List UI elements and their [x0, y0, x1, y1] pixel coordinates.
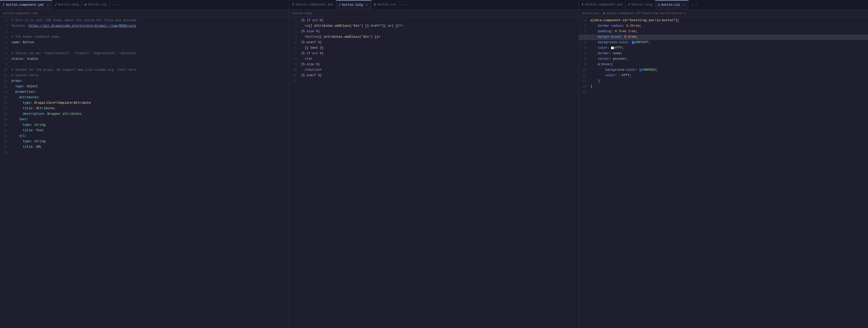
tab-bars-row: !button.component.yml×/button.twig#butto…: [0, 0, 868, 10]
twig-icon: /: [55, 3, 57, 7]
token: {{ text }}: [301, 46, 323, 50]
token: ;: [648, 41, 650, 44]
tab-panel3-t9[interactable]: #button.css×: [655, 0, 688, 9]
code-line: 7 border: none;: [579, 51, 868, 57]
editor-breadcrumb: button.css › ⚙a[data-component-id="boots…: [579, 10, 868, 17]
token: :: [32, 107, 36, 110]
tab-panel3-t7[interactable]: !button.component.yml: [579, 0, 626, 9]
token: Wrapper attributes.: [48, 112, 83, 116]
code-line: 1a[data-component-id="bootstrap_barrio:b…: [579, 18, 868, 24]
code-line: 17 title: Attributes: [0, 106, 289, 111]
token: :: [21, 79, 23, 83]
line-number: 6: [289, 45, 301, 51]
breadcrumb-separator: ›: [600, 12, 602, 15]
line-content: }: [590, 84, 868, 89]
token: :: [38, 96, 40, 99]
line-number: 6: [579, 45, 590, 51]
tab-close-button[interactable]: ×: [46, 3, 49, 7]
code-line: 7{% if url %}: [289, 51, 579, 57]
line-content: color: #fff;: [590, 73, 868, 78]
token: 0.5rem: [624, 35, 636, 39]
code-line: 18 description: Wrapper attributes.: [0, 111, 289, 117]
editor-breadcrumb: button.twig: [289, 10, 579, 17]
token: :: [621, 35, 624, 39]
token: :: [611, 30, 615, 33]
code-editor[interactable]: 1# This is so your IDE knows about the s…: [0, 17, 289, 328]
tab-group-1: !button.component.yml/button.twig×#butto…: [289, 0, 579, 9]
editor-panel-0: button.component.yml1# This is so your I…: [0, 10, 289, 328]
line-content: title: Attributes: [11, 106, 289, 111]
line-number: 21: [0, 128, 11, 133]
token: :: [607, 46, 611, 50]
token: {% endif %}: [301, 74, 321, 77]
token: padding: [590, 30, 611, 33]
tab-close-button[interactable]: ×: [365, 3, 369, 7]
token: none: [613, 52, 621, 55]
tab-group-0: !button.component.yml×/button.twig#butto…: [0, 0, 289, 9]
tab-panel1-t2[interactable]: /button.twig: [52, 0, 82, 9]
tab-overflow-button[interactable]: ···: [688, 0, 700, 9]
token: ;: [629, 74, 631, 77]
code-line: 4# The human readable name.: [0, 35, 289, 40]
code-line: 14 properties:: [0, 90, 289, 95]
token: ;: [640, 24, 641, 28]
tab-panel1-t1[interactable]: !button.component.yml×: [0, 0, 52, 9]
token: :: [615, 74, 619, 77]
token: name: [11, 41, 19, 44]
token: </: [301, 68, 308, 72]
line-number: 17: [0, 106, 11, 111]
line-number: 24: [0, 144, 11, 150]
tab-label: button.css: [88, 3, 107, 6]
line-content: <a{{ attributes.addClass('btn') }} href=…: [301, 24, 579, 29]
tab-panel3-t8[interactable]: /button.twig: [626, 0, 655, 9]
tab-panel2-t5[interactable]: /button.twig×: [336, 0, 371, 9]
line-content: </a>: [301, 57, 579, 62]
code-line: 2$schema: https://git.drupalcode.org/pro…: [0, 24, 289, 29]
line-content: type: string: [11, 123, 289, 128]
token: }: [590, 85, 592, 88]
line-number: 7: [0, 51, 11, 56]
token: pointer: [613, 57, 626, 61]
line-number: 12: [0, 78, 11, 84]
tab-panel2-t6[interactable]: #button.css: [371, 0, 399, 9]
code-line: 10# Schema for the props. We support www…: [0, 68, 289, 73]
tab-panel1-t3[interactable]: #button.css: [82, 0, 110, 9]
token: {{ attributes.addClass('btn') }}: [318, 35, 378, 39]
code-editor[interactable]: 1a[data-component-id="bootstrap_barrio:b…: [579, 17, 868, 328]
line-content: &:hover{: [590, 62, 868, 67]
editor-breadcrumb: button.component.yml: [0, 10, 289, 17]
line-content: status: stable: [11, 57, 289, 62]
token: ;: [636, 35, 638, 39]
tab-group-2: !button.component.yml/button.twig#button…: [579, 0, 868, 9]
line-content: name: Button: [11, 40, 289, 45]
token: margin-block: [590, 35, 621, 39]
code-line: 9 &:hover{: [579, 62, 868, 68]
line-content: {% endif %}: [301, 73, 579, 78]
editor-panel-1: button.twig1{% if url %}2 <a{{ attribute…: [289, 10, 579, 328]
token: #fff: [622, 74, 629, 77]
code-line: 22 url:: [0, 134, 289, 139]
line-number: 19: [0, 117, 11, 122]
color-swatch: [632, 41, 634, 44]
code-line: 21 title: Text: [0, 128, 289, 134]
line-number: 5: [579, 40, 590, 45]
tab-close-button[interactable]: ×: [682, 3, 686, 7]
line-content: padding: 0.5rem 1rem;: [590, 29, 868, 34]
line-number: 3: [289, 29, 301, 34]
token: # Status can be: "experimental", "stable…: [11, 52, 136, 55]
tab-overflow-button[interactable]: ···: [110, 0, 121, 9]
code-line: 6: [0, 45, 289, 51]
code-line: 13}: [579, 84, 868, 90]
token: :: [32, 129, 36, 132]
breadcrumb-part-1: a[data-component-id="bootstrap_barrio:bu…: [607, 12, 686, 15]
token: <: [301, 35, 307, 39]
code-line: 2 <a{{ attributes.addClass('btn') }} hre…: [289, 24, 579, 29]
code-editor[interactable]: 1{% if url %}2 <a{{ attributes.addClass(…: [289, 17, 579, 328]
token: {% else %}: [301, 30, 320, 33]
code-line: 1# This is so your IDE knows about the s…: [0, 18, 289, 24]
code-line: 1{% if url %}: [289, 18, 579, 24]
tab-overflow-button[interactable]: ···: [399, 0, 411, 9]
token: {% if url %}: [301, 19, 323, 22]
css-icon: #: [374, 3, 376, 7]
tab-panel2-t4[interactable]: !button.component.yml: [289, 0, 336, 9]
